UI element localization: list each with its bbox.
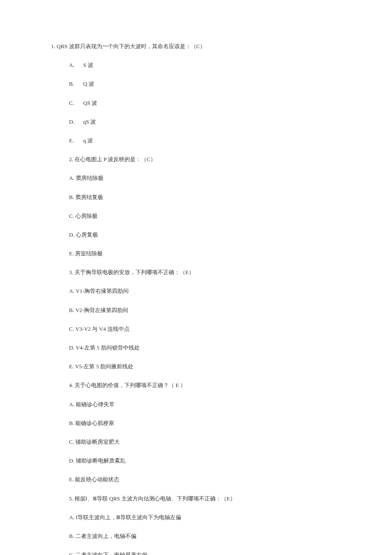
q4-option-a: A. 能确诊心律失常 xyxy=(69,401,341,408)
document-page: 1. QRS 波群只表现为一个向下的大波时，其命名应该是：（C） A. S 波 … xyxy=(0,0,392,555)
q3-option-d: D. V4-左第 5 肋间锁骨中线处 xyxy=(69,344,341,352)
q5-option-a: A. Ⅰ导联主波向上，Ⅲ导联主波向下为电轴左偏 xyxy=(69,514,341,521)
q1-option-e: E. q 波 xyxy=(69,137,341,145)
q2-option-d: D. 心房复极 xyxy=(69,231,341,239)
q2-option-c: C. 心房除极 xyxy=(69,212,341,220)
q4-stem: 4. 关于心电图的价值，下列哪项不正确？（ E ） xyxy=(69,382,341,389)
q1-option-c: C. QS 波 xyxy=(69,99,341,107)
q1-stem: 1. QRS 波群只表现为一个向下的大波时，其命名应该是：（C） xyxy=(51,43,341,50)
q1-option-a-label: A. xyxy=(69,61,82,69)
q1-option-e-label: E. xyxy=(69,137,82,145)
q3-option-e: E. V5-左第 5 肋间腋前线处 xyxy=(69,363,341,370)
q2-stem: 2. 在心电图上 P 波反映的是：（C） xyxy=(69,156,341,163)
q2-option-a: A. 窦房结除极 xyxy=(69,174,341,182)
q4-option-c: C. 辅助诊断房室肥大 xyxy=(69,438,341,446)
q1-option-e-text: q 波 xyxy=(83,137,93,144)
q2-option-e: E. 房室结除极 xyxy=(69,250,341,257)
q2-option-b: B. 窦房结复极 xyxy=(69,194,341,201)
q1-option-c-text: QS 波 xyxy=(83,100,97,106)
q4-option-e: E. 能反映心动能状态 xyxy=(69,476,341,483)
q1-option-a-text: S 波 xyxy=(83,62,93,68)
q3-option-b: B. V2-胸骨左缘第四肋间 xyxy=(69,306,341,314)
q4-option-b: B. 能确诊心肌梗塞 xyxy=(69,419,341,427)
q1-option-c-label: C. xyxy=(69,99,82,107)
q5-option-b: B. 二者主波向上，电轴不偏 xyxy=(69,532,341,540)
q3-option-a: A. V1-胸骨右缘第四肋间 xyxy=(69,287,341,295)
q1-option-d: D. qS 波 xyxy=(69,118,341,126)
q3-stem: 3. 关于胸导联电极的安放，下列哪项不正确：（E） xyxy=(69,269,341,276)
q1-option-b-label: B. xyxy=(69,80,82,88)
q5-option-c: C. 二者主波向下，电轴显著右偏 xyxy=(69,551,341,555)
q1-option-d-label: D. xyxy=(69,118,82,126)
q1-option-b: B. Q 波 xyxy=(69,80,341,88)
q4-option-d: D. 辅助诊断电解质紊乱 xyxy=(69,457,341,465)
q3-option-c: C. V3-V2 与 V4 连线中点 xyxy=(69,325,341,333)
q1-option-b-text: Q 波 xyxy=(83,81,94,87)
q1-option-a: A. S 波 xyxy=(69,61,341,69)
q1-option-d-text: qS 波 xyxy=(83,119,96,125)
q5-stem: 5. 根据Ⅰ、Ⅲ导联 QRS 主波方向估测心电轴、下列哪项不正确：（E） xyxy=(69,495,341,503)
